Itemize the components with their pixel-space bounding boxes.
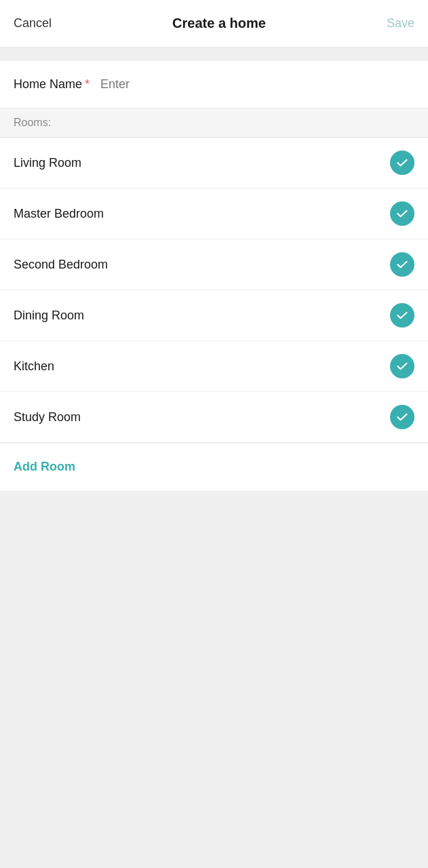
room-name: Living Room — [14, 156, 81, 170]
rooms-list: Living Room Master Bedroom Second Bedroo… — [0, 138, 428, 443]
room-item: Study Room — [0, 392, 428, 443]
room-check-icon[interactable] — [390, 303, 414, 328]
save-button[interactable]: Save — [387, 16, 414, 31]
room-name: Study Room — [14, 410, 81, 425]
home-name-input[interactable] — [100, 77, 414, 92]
bottom-area — [0, 490, 428, 748]
room-check-icon[interactable] — [390, 354, 414, 378]
room-item: Dining Room — [0, 290, 428, 341]
cancel-button[interactable]: Cancel — [14, 16, 52, 31]
room-item: Kitchen — [0, 341, 428, 392]
room-name: Dining Room — [14, 309, 84, 323]
top-spacer — [0, 47, 428, 61]
header: Cancel Create a home Save — [0, 0, 428, 47]
rooms-header: Rooms: — [0, 108, 428, 138]
room-check-icon[interactable] — [390, 405, 414, 429]
required-asterisk: * — [85, 77, 90, 92]
room-check-icon[interactable] — [390, 151, 414, 175]
home-name-text: Home Name — [14, 77, 82, 92]
rooms-label: Rooms: — [14, 117, 51, 128]
room-name: Second Bedroom — [14, 258, 108, 272]
room-item: Living Room — [0, 138, 428, 189]
room-check-icon[interactable] — [390, 201, 414, 226]
add-room-button[interactable]: Add Room — [14, 460, 75, 474]
room-check-icon[interactable] — [390, 252, 414, 277]
home-name-section: Home Name * — [0, 61, 428, 108]
room-item: Second Bedroom — [0, 239, 428, 290]
add-room-section: Add Room — [0, 443, 428, 490]
room-item: Master Bedroom — [0, 189, 428, 239]
page-title: Create a home — [172, 16, 266, 31]
home-name-label: Home Name * — [14, 77, 90, 92]
room-name: Master Bedroom — [14, 207, 104, 221]
room-name: Kitchen — [14, 359, 54, 374]
